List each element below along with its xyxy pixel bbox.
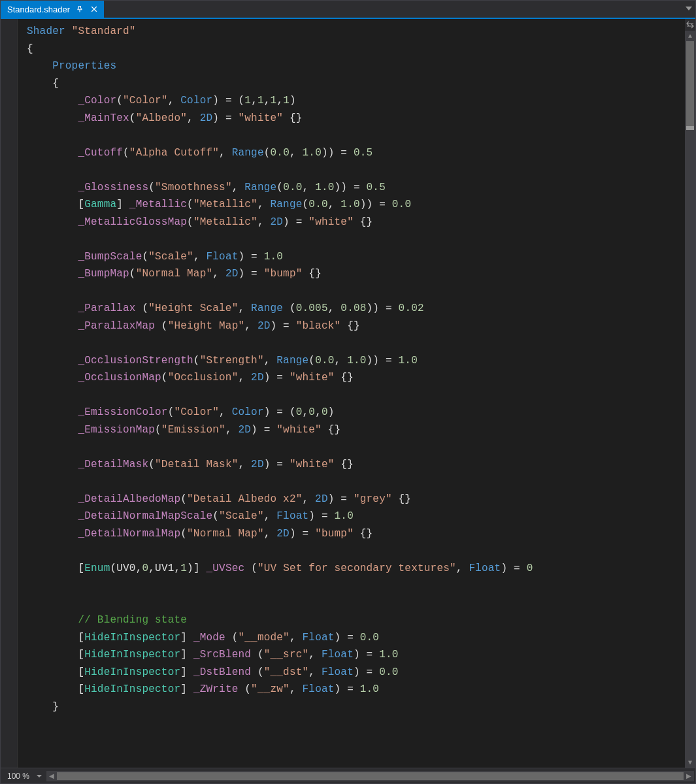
code-line (27, 473, 685, 491)
scroll-down-icon[interactable]: ▼ (685, 757, 695, 768)
code-line: [HideInInspector] _ZWrite ("__zw", Float… (27, 681, 685, 698)
code-line: _OcclusionStrength("Strength", Range(0.0… (27, 352, 685, 370)
code-line (27, 161, 685, 179)
vertical-scrollbar[interactable]: ▲ ▼ (685, 19, 695, 768)
code-line: { (27, 75, 685, 93)
scroll-left-icon[interactable]: ◀ (46, 772, 57, 779)
horizontal-scrollbar[interactable]: ◀ ▶ (46, 771, 694, 781)
status-bar: 100 % ◀ ▶ (1, 768, 695, 783)
zoom-level[interactable]: 100 % (1, 772, 33, 781)
code-line (27, 231, 685, 248)
scroll-track[interactable] (685, 41, 695, 757)
code-line: _DetailNormalMap("Normal Map", 2D) = "bu… (27, 525, 685, 543)
hscroll-track[interactable] (57, 771, 684, 781)
zoom-dropdown-icon[interactable] (33, 774, 45, 779)
code-line: [Enum(UV0,0,UV1,1)] _UVSec ("UV Set for … (27, 560, 685, 578)
code-line: _EmissionColor("Color", Color) = (0,0,0) (27, 404, 685, 421)
code-line: _Color("Color", Color) = (1,1,1,1) (27, 92, 685, 110)
code-line: _Glossiness("Smoothness", Range(0.0, 1.0… (27, 179, 685, 197)
code-line (27, 577, 685, 595)
code-line: _BumpScale("Scale", Float) = 1.0 (27, 248, 685, 266)
code-line: _DetailNormalMapScale("Scale", Float) = … (27, 508, 685, 525)
close-icon[interactable] (90, 5, 99, 14)
code-line: { (27, 41, 685, 58)
code-line: [Gamma] _Metallic("Metallic", Range(0.0,… (27, 196, 685, 214)
code-line: Shader "Standard" (27, 23, 685, 41)
tab-overflow-icon[interactable] (682, 1, 695, 18)
code-line (27, 438, 685, 456)
code-line: _Cutoff("Alpha Cutoff", Range(0.0, 1.0))… (27, 144, 685, 162)
tab-standard-shader[interactable]: Standard.shader (1, 1, 104, 18)
tab-bar: Standard.shader (1, 1, 695, 19)
editor-area: Shader "Standard"{ Properties { _Color("… (1, 19, 695, 768)
code-line (27, 127, 685, 144)
code-line: Properties (27, 57, 685, 75)
code-text-area[interactable]: Shader "Standard"{ Properties { _Color("… (18, 19, 685, 768)
code-line: _Parallax ("Height Scale", Range (0.005,… (27, 300, 685, 318)
code-line: _MetallicGlossMap("Metallic", 2D) = "whi… (27, 214, 685, 231)
code-line: _DetailAlbedoMap("Detail Albedo x2", 2D)… (27, 491, 685, 508)
editor-window: Standard.shader Shader "Standard"{ Prope… (0, 0, 696, 784)
scroll-thumb-cap (686, 126, 694, 130)
code-line: // Blending state (27, 612, 685, 629)
code-line: _BumpMap("Normal Map", 2D) = "bump" {} (27, 265, 685, 283)
code-line: _DetailMask("Detail Mask", 2D) = "white"… (27, 456, 685, 474)
code-line: [HideInInspector] _Mode ("__mode", Float… (27, 629, 685, 647)
pin-icon[interactable] (75, 5, 84, 14)
tab-title: Standard.shader (7, 5, 70, 14)
code-line: _MainTex("Albedo", 2D) = "white" {} (27, 110, 685, 127)
code-line: _OcclusionMap("Occlusion", 2D) = "white"… (27, 369, 685, 387)
code-line: [HideInInspector] _SrcBlend ("__src", Fl… (27, 646, 685, 664)
hscroll-thumb[interactable] (57, 772, 684, 780)
code-line: _EmissionMap("Emission", 2D) = "white" {… (27, 421, 685, 439)
scroll-up-icon[interactable]: ▲ (685, 31, 695, 41)
code-line (27, 335, 685, 352)
scroll-right-icon[interactable]: ▶ (684, 772, 694, 779)
code-line (27, 542, 685, 560)
code-line (27, 387, 685, 404)
code-gutter (1, 19, 18, 768)
code-line (27, 595, 685, 612)
code-line: [HideInInspector] _DstBlend ("__dst", Fl… (27, 664, 685, 681)
code-line: _ParallaxMap ("Height Map", 2D) = "black… (27, 318, 685, 335)
code-line: } (27, 698, 685, 716)
scroll-thumb[interactable] (686, 41, 694, 126)
split-editor-icon[interactable] (685, 19, 695, 31)
code-line (27, 283, 685, 301)
